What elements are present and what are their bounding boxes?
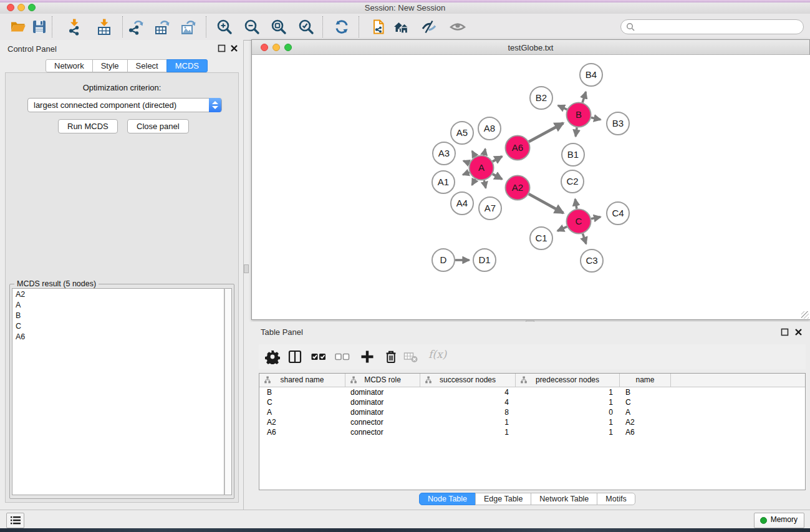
network-graph[interactable]: B4B2BB3A8A5A6A3B1AC2A1A2A4A7C4CC1DD1C3 [253, 55, 810, 319]
node-A5[interactable]: A5 [451, 122, 473, 144]
table-cell[interactable]: 8 [420, 407, 516, 417]
import-network-icon[interactable] [65, 18, 83, 36]
table-cell[interactable]: 4 [420, 397, 516, 407]
table-row[interactable]: A6connector11A6 [259, 427, 805, 437]
node-A4[interactable]: A4 [451, 192, 473, 215]
table-cell[interactable]: 1 [420, 427, 516, 437]
node-A8[interactable]: A8 [478, 117, 501, 140]
node-C2[interactable]: C2 [561, 170, 584, 193]
close-table-panel-icon[interactable] [794, 328, 803, 336]
node-C3[interactable]: C3 [581, 249, 603, 272]
network-canvas[interactable]: B4B2BB3A8A5A6A3B1AC2A1A2A4A7C4CC1DD1C3 [253, 55, 810, 319]
edge-A-A5[interactable] [472, 151, 475, 157]
tab-node-table[interactable]: Node Table [419, 493, 476, 505]
mcds-result-scrollbar[interactable] [224, 288, 232, 495]
table-cell[interactable]: C [259, 397, 345, 407]
edge-C-C3[interactable] [582, 233, 586, 243]
node-A7[interactable]: A7 [479, 197, 501, 220]
node-D1[interactable]: D1 [473, 249, 496, 271]
mcds-result-item[interactable]: A2 [12, 289, 224, 299]
edge-B-B4[interactable] [582, 92, 586, 102]
edge-C-C4[interactable] [591, 217, 600, 219]
table-cell[interactable]: A [620, 407, 671, 417]
table-cell[interactable]: B [620, 387, 671, 397]
delete-column-trash-icon[interactable] [383, 349, 398, 364]
task-history-button[interactable] [6, 513, 24, 528]
column-header-MCDS-role[interactable]: MCDS role [345, 374, 420, 387]
tab-style[interactable]: Style [92, 59, 128, 72]
table-cell[interactable]: C [620, 397, 671, 407]
tab-network[interactable]: Network [46, 59, 93, 72]
tab-edge-table[interactable]: Edge Table [475, 493, 531, 505]
export-image-icon[interactable] [180, 18, 197, 36]
mcds-result-item[interactable]: A [12, 299, 224, 310]
table-row[interactable]: A2connector11A2 [259, 417, 805, 427]
node-B2[interactable]: B2 [530, 87, 552, 109]
edge-A-A7[interactable] [484, 180, 486, 188]
column-visibility-icon[interactable] [287, 349, 302, 364]
network-window-titlebar[interactable]: testGlobe.txt [252, 40, 809, 55]
refresh-icon[interactable] [333, 18, 350, 36]
close-panel-button[interactable]: Close panel [127, 119, 189, 133]
table-cell[interactable]: 1 [516, 387, 620, 397]
table-cell[interactable]: dominator [345, 407, 420, 417]
edge-A6-B[interactable] [529, 123, 563, 142]
table-cell[interactable]: B [259, 387, 345, 397]
node-C4[interactable]: C4 [607, 202, 629, 225]
node-B1[interactable]: B1 [562, 143, 584, 166]
close-panel-icon[interactable] [230, 44, 238, 52]
function-builder-icon[interactable]: f(x) [428, 348, 443, 363]
tab-network-table[interactable]: Network Table [531, 493, 597, 505]
open-network-file-icon[interactable] [369, 18, 387, 36]
table-cell[interactable]: 4 [420, 387, 516, 397]
criterion-dropdown[interactable]: largest connected component (directed) [27, 98, 222, 112]
select-all-icon[interactable] [311, 349, 326, 364]
table-row[interactable]: Cdominator41C [259, 397, 805, 407]
tab-mcds[interactable]: MCDS [166, 59, 208, 72]
edge-A-A8[interactable] [484, 149, 485, 155]
table-cell[interactable]: dominator [345, 397, 420, 407]
export-network-icon[interactable] [127, 18, 145, 36]
table-row[interactable]: Adominator80A [259, 407, 805, 417]
node-D[interactable]: D [432, 249, 455, 271]
node-A6[interactable]: A6 [506, 136, 530, 160]
save-session-icon[interactable] [31, 18, 48, 36]
run-mcds-button[interactable]: Run MCDS [58, 119, 118, 133]
node-A[interactable]: A [470, 156, 494, 180]
table-settings-gear-icon[interactable] [265, 349, 280, 364]
window-resize-grip[interactable] [801, 311, 809, 319]
add-column-icon[interactable] [360, 349, 375, 364]
table-cell[interactable]: connector [345, 427, 420, 437]
edge-B-B3[interactable] [591, 117, 600, 119]
edge-A2-C[interactable] [529, 194, 563, 213]
table-cell[interactable]: dominator [345, 387, 420, 397]
delete-table-icon[interactable] [403, 349, 418, 364]
deselect-all-icon[interactable] [335, 349, 350, 364]
table-cell[interactable]: 1 [516, 427, 620, 437]
edge-C-C2[interactable] [575, 199, 576, 208]
edge-B-B2[interactable] [558, 105, 567, 109]
node-B4[interactable]: B4 [580, 64, 602, 86]
edge-C-C1[interactable] [557, 226, 567, 231]
mcds-result-item[interactable]: B [12, 310, 224, 321]
import-table-icon[interactable] [95, 18, 113, 36]
table-cell[interactable]: A6 [259, 427, 345, 437]
float-table-panel-icon[interactable] [781, 328, 789, 336]
hide-labels-icon[interactable] [420, 18, 438, 36]
edge-A-A6[interactable] [493, 157, 502, 162]
tab-select[interactable]: Select [127, 59, 167, 72]
search-input[interactable] [639, 21, 800, 34]
node-table[interactable]: shared nameMCDS rolesuccessor nodesprede… [259, 373, 806, 490]
column-header-name[interactable]: name [620, 374, 671, 387]
node-C[interactable]: C [567, 210, 591, 234]
node-A3[interactable]: A3 [433, 142, 455, 165]
mcds-result-item[interactable]: A6 [12, 331, 224, 342]
edge-A-A2[interactable] [493, 174, 502, 179]
node-C1[interactable]: C1 [530, 227, 552, 249]
mcds-result-item[interactable]: C [12, 321, 224, 331]
open-session-icon[interactable] [9, 18, 27, 36]
table-cell[interactable]: A2 [620, 417, 671, 427]
node-B3[interactable]: B3 [607, 112, 629, 135]
column-header-shared-name[interactable]: shared name [259, 374, 345, 387]
node-A1[interactable]: A1 [432, 171, 455, 193]
